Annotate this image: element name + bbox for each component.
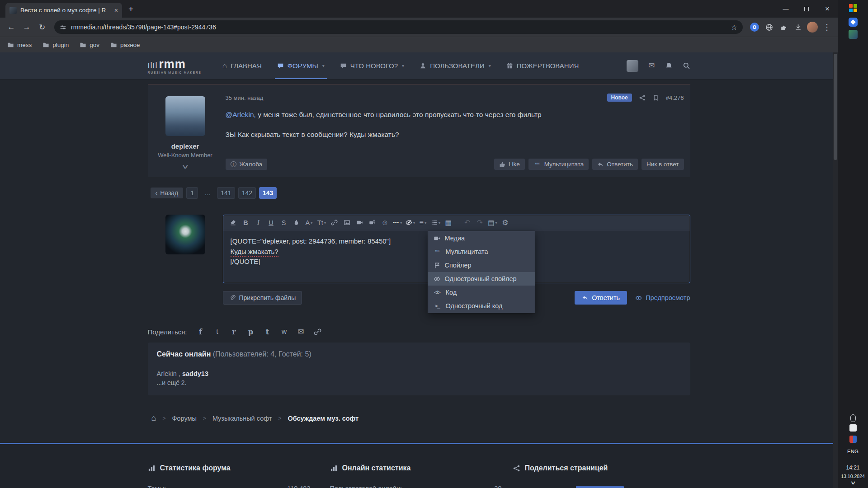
text-color-button[interactable] <box>290 217 303 229</box>
breadcrumb-current[interactable]: Обсуждаем муз. софт <box>288 415 359 422</box>
tray-expand-chevron[interactable]: ∨ <box>850 480 856 486</box>
bookmark-folder-plugin[interactable]: plugin <box>42 42 69 48</box>
extensions-puzzle-icon[interactable] <box>777 21 790 33</box>
bbcode-preview-button[interactable]: ▤▾ <box>486 217 499 229</box>
font-family-button[interactable]: A▾ <box>303 217 316 229</box>
tray-antivirus-icon[interactable] <box>849 436 857 443</box>
minimize-button[interactable]: — <box>775 0 796 18</box>
page-scrollbar[interactable] <box>833 52 838 488</box>
underline-button[interactable]: U <box>265 217 278 229</box>
breadcrumb-forums[interactable]: Форумы <box>172 415 196 422</box>
nav-whats-new[interactable]: ЧТО НОВОГО? ▾ <box>340 52 404 79</box>
reply-button[interactable]: Ответить <box>592 159 638 170</box>
pinterest-icon[interactable]: p <box>246 327 255 336</box>
breadcrumb-music-soft[interactable]: Музыкальный софт <box>212 415 272 422</box>
tray-clipboard-icon[interactable] <box>849 424 857 432</box>
spoiler-button[interactable]: ▾ <box>404 217 417 229</box>
reddit-icon[interactable]: r <box>230 327 239 336</box>
post-timestamp[interactable]: 35 мин. назад <box>226 94 264 101</box>
whatsapp-icon[interactable]: w <box>280 327 289 336</box>
strikethrough-button[interactable]: S <box>278 217 290 229</box>
list-button[interactable]: ▾ <box>429 217 442 229</box>
bookmark-folder-mess[interactable]: mess <box>7 42 32 48</box>
share-icon[interactable] <box>639 94 646 101</box>
remove-format-button[interactable] <box>227 217 240 229</box>
taskbar-screenshot-icon[interactable] <box>849 30 858 39</box>
current-user-avatar[interactable] <box>165 215 205 254</box>
smilies-button[interactable]: ☺ <box>379 217 392 229</box>
nav-members[interactable]: ПОЛЬЗОВАТЕЛИ ▾ <box>420 52 491 79</box>
menu-item-code[interactable]: </>Код <box>428 286 535 299</box>
scrollbar-thumb[interactable] <box>834 54 837 160</box>
close-button[interactable]: × <box>817 0 838 18</box>
more-options-button[interactable]: •••▾ <box>392 217 404 229</box>
clock-date[interactable]: 13.10.2024 <box>841 474 865 479</box>
page-link-1[interactable]: 1 <box>186 187 198 199</box>
tray-mouse-icon[interactable] <box>850 414 856 422</box>
report-button[interactable]: ! Жалоба <box>226 159 268 170</box>
mention-link[interactable]: @Arlekin, <box>226 111 256 118</box>
twitter-icon[interactable]: t <box>213 327 222 336</box>
alerts-bell-icon[interactable] <box>665 62 673 70</box>
maximize-button[interactable] <box>796 0 817 18</box>
nav-donations[interactable]: ПОЖЕРТВОВАНИЯ <box>506 52 579 79</box>
like-button[interactable]: Like <box>494 159 525 170</box>
insert-gallery-button[interactable] <box>366 217 379 229</box>
menu-item-inline-code[interactable]: >_Однострочный код <box>428 299 535 313</box>
italic-button[interactable]: I <box>252 217 265 229</box>
nav-forums[interactable]: ФОРУМЫ ▾ <box>277 52 325 79</box>
online-user-arlekin[interactable]: Arlekin <box>157 370 177 377</box>
tumblr-icon[interactable]: t <box>263 327 272 336</box>
site-logo[interactable]: ılılrmm RUSSIAN MUSIC MAKERS <box>148 58 202 74</box>
browser-menu-icon[interactable]: ⋮ <box>821 21 833 33</box>
taskbar-app-grid-icon[interactable] <box>849 4 857 12</box>
insert-media-button[interactable] <box>354 217 366 229</box>
redo-button[interactable]: ↷ <box>474 217 486 229</box>
home-icon[interactable]: ⌂ <box>151 413 156 423</box>
bookmark-star-icon[interactable]: ☆ <box>731 23 737 32</box>
reload-button[interactable]: ↻ <box>35 20 49 34</box>
nav-home[interactable]: ⌂ ГЛАВНАЯ <box>222 52 262 79</box>
footer-share-button[interactable] <box>576 486 624 488</box>
font-size-button[interactable]: Tt▾ <box>316 217 328 229</box>
url-text[interactable]: rmmedia.ru/threads/35798/page-143#post-2… <box>71 23 726 31</box>
back-button[interactable]: ← <box>5 20 18 34</box>
new-tab-button[interactable]: + <box>128 4 133 14</box>
globe-icon[interactable] <box>763 21 775 33</box>
submit-reply-button[interactable]: Ответить <box>575 291 627 305</box>
clock-time[interactable]: 14:21 <box>846 465 859 471</box>
attach-files-button[interactable]: Прикрепить файлы <box>223 291 302 305</box>
menu-item-multiquote[interactable]: ““Мультицитата <box>428 245 535 258</box>
page-link-142[interactable]: 142 <box>238 187 256 199</box>
post-number[interactable]: #4.276 <box>666 94 684 101</box>
site-info-icon[interactable] <box>60 24 66 31</box>
online-more[interactable]: ...и ещё 2. <box>157 379 681 386</box>
email-icon[interactable]: ✉ <box>297 327 306 336</box>
taskbar-photos-icon[interactable] <box>849 18 858 27</box>
profile-avatar[interactable] <box>806 21 819 33</box>
address-bar[interactable]: rmmedia.ru/threads/35798/page-143#post-2… <box>54 20 743 34</box>
nick-reply-button[interactable]: Ник в ответ <box>642 159 684 170</box>
user-avatar[interactable] <box>627 60 638 72</box>
browser-tab[interactable]: Вести с полей о муз софте | R × <box>5 3 122 18</box>
post-author-avatar[interactable] <box>165 96 205 136</box>
extension-blue-icon[interactable] <box>748 21 761 33</box>
bold-button[interactable]: B <box>240 217 252 229</box>
preview-link[interactable]: Предпросмотр <box>635 294 690 301</box>
chevron-down-icon[interactable]: ∨ <box>181 163 189 170</box>
alignment-button[interactable]: ≡▾ <box>417 217 429 229</box>
facebook-icon[interactable]: f <box>196 327 205 336</box>
language-indicator[interactable]: ENG <box>847 449 859 454</box>
insert-link-button[interactable] <box>328 217 341 229</box>
undo-button[interactable]: ↶ <box>461 217 474 229</box>
inbox-icon[interactable]: ✉ <box>648 61 655 70</box>
search-icon[interactable] <box>683 62 690 70</box>
insert-image-button[interactable] <box>341 217 354 229</box>
bookmark-folder-gov[interactable]: gov <box>80 42 99 48</box>
bookmark-folder-raznoe[interactable]: разное <box>110 42 140 48</box>
tab-close-icon[interactable]: × <box>114 7 118 14</box>
menu-item-spoiler[interactable]: Спойлер <box>428 258 535 272</box>
bookmark-icon[interactable] <box>652 94 659 101</box>
page-jump-dots[interactable]: … <box>201 187 214 199</box>
pagination-back-button[interactable]: ‹ Назад <box>151 188 184 198</box>
